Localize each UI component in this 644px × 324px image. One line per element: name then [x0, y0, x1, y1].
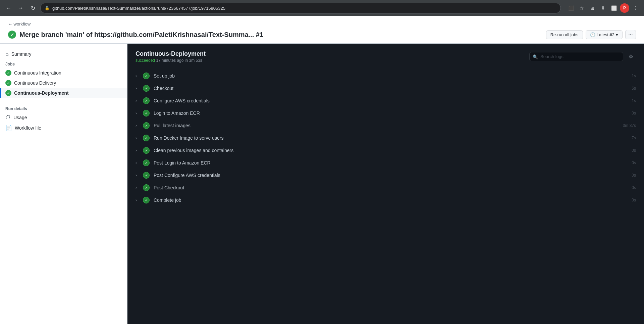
chevron-down-icon: ▾ — [616, 32, 618, 37]
run-details-label: Run details — [0, 104, 127, 112]
step-duration: 0s — [623, 198, 636, 202]
cd-label: Continuous Delivery — [14, 80, 56, 86]
latest-run-button[interactable]: 🕐 Latest #2 ▾ — [586, 30, 623, 39]
summary-label: Summary — [11, 51, 32, 57]
step-name: Post Configure AWS credentials — [154, 173, 623, 178]
browser-chrome: ← → ↻ 🔒 github.com/PaletiKrishnasai/Text… — [0, 0, 644, 16]
step-success-icon: ✓ — [143, 147, 150, 154]
latest-label: Latest #2 — [597, 32, 615, 37]
sidebar-item-continuous-deployment[interactable]: ✓ Continuous-Deployment — [0, 88, 127, 98]
step-item[interactable]: › ✓ Clean previous images and containers… — [127, 144, 644, 157]
job-title: Continuous-Deployment — [136, 50, 206, 57]
workflow-title: ✓ Merge branch 'main' of https://github.… — [8, 31, 263, 39]
step-name: Login to Amazon ECR — [154, 110, 623, 116]
chevron-right-icon: › — [136, 173, 140, 178]
step-item[interactable]: › ✓ Post Configure AWS credentials 0s — [127, 169, 644, 182]
step-item[interactable]: › ✓ Login to Amazon ECR 0s — [127, 107, 644, 120]
address-bar[interactable]: 🔒 github.com/PaletiKrishnasai/Text-Summa… — [40, 3, 561, 13]
step-success-icon: ✓ — [143, 97, 150, 104]
step-item[interactable]: › ✓ Set up job 1s — [127, 70, 644, 82]
chevron-right-icon: › — [136, 111, 140, 115]
cast-button[interactable]: ⬛ — [566, 3, 576, 13]
chevron-right-icon: › — [136, 98, 140, 103]
cdeploy-label: Continuous-Deployment — [14, 90, 69, 96]
back-button[interactable]: ← — [4, 3, 13, 13]
step-item[interactable]: › ✓ Run Docker Image to serve users 7s — [127, 132, 644, 144]
ci-success-icon: ✓ — [5, 70, 11, 76]
step-duration: 0s — [623, 185, 636, 190]
job-time-info: 17 minutes ago in 3m 53s — [156, 58, 202, 63]
step-item[interactable]: › ✓ Complete job 0s — [127, 194, 644, 206]
profile-avatar[interactable]: P — [620, 3, 629, 13]
more-options-button[interactable]: ··· — [625, 30, 636, 39]
step-name: Post Checkout — [154, 185, 623, 190]
sidebar-divider — [5, 101, 122, 101]
job-panel: Continuous-Deployment succeeded 17 minut… — [127, 44, 644, 324]
star-button[interactable]: ☆ — [577, 3, 586, 13]
browser-menu-button[interactable]: ⋮ — [631, 3, 640, 13]
back-to-workflow-link[interactable]: ← workflow — [8, 21, 636, 27]
jobs-section-label: Jobs — [0, 59, 127, 68]
step-duration: 0s — [623, 173, 636, 178]
job-panel-header: Continuous-Deployment succeeded 17 minut… — [127, 44, 644, 67]
step-success-icon: ✓ — [143, 122, 150, 129]
clock-icon: ⏱ — [5, 114, 11, 121]
settings-button[interactable]: ⚙ — [626, 52, 636, 62]
search-logs-container: 🔍 ⚙ — [529, 52, 636, 62]
browser-actions: ⬛ ☆ ⊞ ⬇ ⬜ P ⋮ — [566, 3, 640, 13]
step-item[interactable]: › ✓ Post Checkout 0s — [127, 182, 644, 194]
clock-icon: 🕐 — [590, 32, 595, 37]
url-text: github.com/PaletiKrishnasai/Text-Summari… — [52, 6, 225, 11]
ci-label: Continuous Integration — [14, 70, 61, 76]
step-name: Clean previous images and containers — [154, 148, 623, 153]
step-item[interactable]: › ✓ Configure AWS credentials 1s — [127, 95, 644, 107]
search-logs-input[interactable] — [529, 52, 623, 61]
chevron-right-icon: › — [136, 136, 140, 140]
step-duration: 7s — [623, 136, 636, 140]
forward-button[interactable]: → — [16, 3, 25, 13]
sidebar-item-summary[interactable]: ⌂ Summary — [0, 49, 127, 59]
split-button[interactable]: ⬜ — [609, 3, 619, 13]
extensions-button[interactable]: ⊞ — [588, 3, 597, 13]
step-duration: 3m 37s — [623, 123, 636, 128]
search-logs-wrapper: 🔍 — [529, 52, 623, 61]
sidebar-item-workflow-file[interactable]: 📄 Workflow file — [0, 123, 127, 133]
file-icon: 📄 — [5, 125, 12, 131]
chevron-right-icon: › — [136, 185, 140, 190]
main-layout: ⌂ Summary Jobs ✓ Continuous Integration … — [0, 44, 644, 324]
refresh-button[interactable]: ↻ — [28, 3, 38, 13]
job-subtitle: succeeded 17 minutes ago in 3m 53s — [136, 58, 206, 63]
chevron-right-icon: › — [136, 160, 140, 165]
sidebar-item-continuous-delivery[interactable]: ✓ Continuous Delivery — [0, 78, 127, 88]
workflow-title-row: ✓ Merge branch 'main' of https://github.… — [8, 30, 636, 39]
step-success-icon: ✓ — [143, 85, 150, 92]
rerun-all-jobs-button[interactable]: Re-run all jobs — [546, 30, 583, 39]
lock-icon: 🔒 — [45, 6, 50, 10]
step-item[interactable]: › ✓ Checkout 5s — [127, 82, 644, 95]
step-name: Post Login to Amazon ECR — [154, 160, 623, 166]
step-success-icon: ✓ — [143, 172, 150, 179]
cd-success-icon: ✓ — [5, 80, 11, 86]
step-item[interactable]: › ✓ Pull latest images 3m 37s — [127, 120, 644, 132]
home-icon: ⌂ — [5, 51, 9, 57]
workflow-success-icon: ✓ — [8, 31, 16, 39]
download-button[interactable]: ⬇ — [598, 3, 608, 13]
chevron-right-icon: › — [136, 123, 140, 128]
step-success-icon: ✓ — [143, 197, 150, 203]
sidebar: ⌂ Summary Jobs ✓ Continuous Integration … — [0, 44, 127, 324]
step-name: Complete job — [154, 197, 623, 203]
chevron-right-icon: › — [136, 148, 140, 153]
step-duration: 1s — [623, 98, 636, 103]
main-content: Continuous-Deployment succeeded 17 minut… — [127, 44, 644, 324]
step-item[interactable]: › ✓ Post Login to Amazon ECR 0s — [127, 157, 644, 169]
job-info: Continuous-Deployment succeeded 17 minut… — [136, 50, 206, 63]
step-success-icon: ✓ — [143, 110, 150, 117]
step-list: › ✓ Set up job 1s › ✓ Checkout 5s › ✓ Co… — [127, 67, 644, 209]
sidebar-item-continuous-integration[interactable]: ✓ Continuous Integration — [0, 68, 127, 78]
cdeploy-success-icon: ✓ — [5, 90, 11, 96]
step-success-icon: ✓ — [143, 73, 150, 79]
job-status: succeeded — [136, 58, 155, 63]
sidebar-item-usage[interactable]: ⏱ Usage — [0, 112, 127, 123]
step-name: Pull latest images — [154, 123, 623, 128]
step-duration: 0s — [623, 111, 636, 115]
